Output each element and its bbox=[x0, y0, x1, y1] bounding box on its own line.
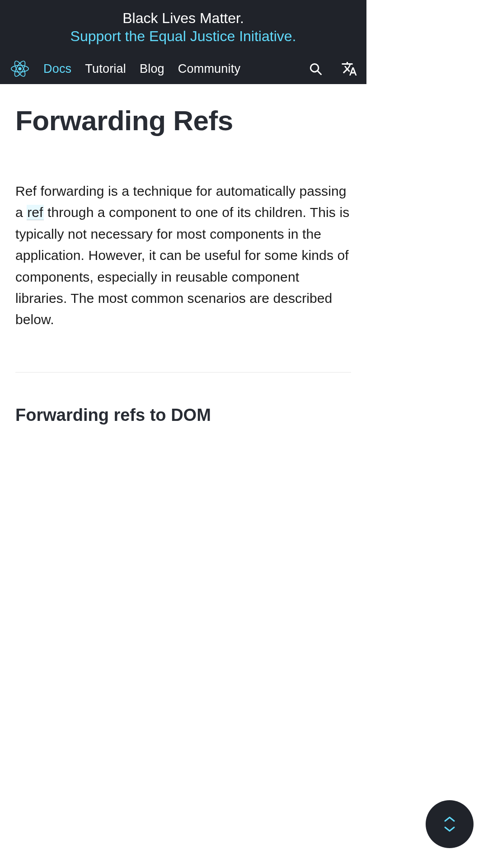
react-logo-link[interactable] bbox=[11, 60, 29, 78]
intro-paragraph: Ref forwarding is a technique for automa… bbox=[15, 180, 351, 330]
section-divider bbox=[15, 372, 351, 373]
primary-nav: Docs Tutorial Blog Community bbox=[43, 62, 302, 76]
intro-text-post: through a component to one of its childr… bbox=[15, 205, 349, 327]
nav-link-community[interactable]: Community bbox=[178, 62, 240, 76]
svg-line-5 bbox=[318, 71, 321, 75]
search-button[interactable] bbox=[307, 60, 324, 77]
nav-link-blog[interactable]: Blog bbox=[140, 62, 164, 76]
page-title: Forwarding Refs bbox=[15, 106, 351, 136]
article-main: Forwarding Refs Ref forwarding is a tech… bbox=[0, 84, 366, 425]
react-logo-icon bbox=[11, 60, 29, 78]
nav-link-tutorial[interactable]: Tutorial bbox=[85, 62, 126, 76]
banner-line-1: Black Lives Matter. bbox=[6, 9, 360, 27]
search-icon bbox=[309, 62, 322, 75]
banner-support-link[interactable]: Support the Equal Justice Initiative. bbox=[70, 28, 296, 44]
svg-point-0 bbox=[18, 67, 21, 70]
announcement-banner: Black Lives Matter. Support the Equal Ju… bbox=[0, 0, 366, 53]
site-header: Docs Tutorial Blog Community bbox=[0, 53, 366, 84]
section-heading-forwarding-dom: Forwarding refs to DOM bbox=[15, 405, 351, 426]
translate-icon bbox=[341, 61, 357, 77]
ref-link[interactable]: ref bbox=[27, 205, 43, 220]
nav-link-docs[interactable]: Docs bbox=[43, 62, 71, 76]
language-button[interactable] bbox=[339, 59, 359, 79]
